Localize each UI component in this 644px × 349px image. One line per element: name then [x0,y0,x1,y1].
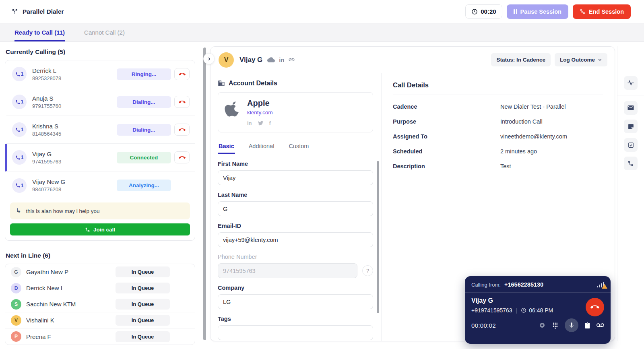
company-card: Apple klenty.com in f [218,92,373,132]
link-icon[interactable] [288,56,295,63]
status-badge: Analyzing... [117,180,171,191]
tasks-button[interactable] [624,138,638,152]
field-tabs: Basic Additional Custom [218,140,373,154]
phone-line-icon: 1 [12,67,27,81]
linkedin-icon[interactable]: in [279,57,284,63]
tab-ready-to-call[interactable]: Ready to Call (11) [14,23,65,41]
contact-title: Vijay G [239,56,262,64]
hangup-button[interactable] [586,298,604,316]
contact-name: Sacchin New KTM [26,301,116,308]
contact-name: Gayathri New P [26,268,116,275]
tags-field[interactable] [218,325,373,340]
contact-name: Vishalini K [26,317,116,324]
avatar: S [11,299,21,310]
first-name-label: First Name [218,161,373,167]
call-detail-row: Description Test [393,163,603,169]
queue-status-badge: In Queue [116,315,170,326]
call-row[interactable]: 1 Vijay New G 9840776208 Analyzing... [5,171,195,199]
tab-additional[interactable]: Additional [248,140,275,154]
call-row-selected[interactable]: 1 Vijay G 9741595763 Connected [5,144,195,171]
call-details-title: Call Details [393,81,603,95]
checkbox-icon [627,142,634,149]
collapse-panel-button[interactable] [203,53,215,64]
panel-scrollbar[interactable] [203,47,206,340]
form-scrollbar[interactable] [377,161,379,313]
status-badge: Connected [117,152,171,163]
end-session-button[interactable]: End Session [573,4,631,19]
company-domain-link[interactable]: klenty.com [247,109,273,116]
dialpad-button[interactable] [552,322,559,329]
voicemail-button[interactable] [597,323,604,328]
phone-label: Phone Number [218,254,373,260]
call-row[interactable]: 1 Krishna S 8148564345 Dialing... [5,116,195,144]
queue-row[interactable]: G Gayathri New P In Queue [5,264,195,280]
calls-button[interactable] [624,157,638,170]
tags-label: Tags [218,316,373,322]
call-row[interactable]: 1 Anuja S 9791755760 Dialing... [5,88,195,116]
call-row[interactable]: 1 Derrick L 8925328078 Ringing... [5,60,195,88]
log-outcome-dropdown[interactable]: Log Outcome [555,53,607,66]
company-field[interactable] [218,294,373,309]
company-name: Apple [247,99,273,108]
apple-logo-icon [225,100,241,126]
tab-basic[interactable]: Basic [218,140,235,154]
record-icon [539,322,546,329]
envelope-icon [627,104,634,112]
contact-phone: 8925328078 [32,75,117,81]
phone-help-icon[interactable]: ? [362,265,373,276]
queue-row[interactable]: P Preena F In Queue [5,328,195,345]
status-badge: Dialing... [117,96,171,108]
linkedin-icon[interactable]: in [247,120,252,126]
phone-icon [627,160,634,167]
contact-name: Anuja S [32,95,117,102]
queue-status-badge: In Queue [116,299,170,310]
record-button[interactable] [539,322,546,329]
hangup-call-button[interactable] [174,124,190,136]
tab-custom[interactable]: Custom [288,140,310,154]
notes-button[interactable] [624,120,638,133]
mute-button[interactable] [565,318,578,332]
first-name-field[interactable] [218,170,373,185]
cloud-sync-icon[interactable] [267,56,275,64]
reply-arrow-icon: ↳ [16,208,21,214]
pulse-icon [627,79,634,87]
activity-feed-button[interactable] [624,76,638,90]
hangup-call-button[interactable] [174,151,190,163]
next-in-line-card: G Gayathri New P In Queue D Derrick New … [5,264,195,345]
currently-calling-card: 1 Derrick L 8925328078 Ringing... 1 A [5,60,195,241]
avatar: P [11,331,21,342]
building-icon [218,80,225,87]
contact-name: Vijay G [32,151,117,157]
hangup-call-button[interactable] [174,96,190,108]
clipboard-button[interactable] [584,322,590,329]
transcript-text: this is alan how may i help you [26,208,99,214]
clipboard-icon [584,322,590,329]
pause-session-button[interactable]: Pause Session [507,4,568,19]
call-detail-row: Scheduled 2 minutes ago [393,148,603,155]
queue-status-badge: In Queue [116,331,170,342]
queue-row[interactable]: V Vishalini K In Queue [5,312,195,328]
queue-row[interactable]: D Derrick New L In Queue [5,280,195,296]
contact-phone: 9741595763 [32,159,117,165]
email-button[interactable] [624,101,638,115]
avatar: D [11,283,21,293]
dialer-left-panel: Currently Calling (5) 1 Derrick L 892532… [5,42,195,349]
email-field[interactable] [218,232,373,247]
join-call-button[interactable]: Join call [10,223,190,235]
tab-cannot-call[interactable]: Cannot Call (2) [84,23,125,41]
page-title: Parallel Dialer [23,8,64,15]
facebook-icon[interactable]: f [269,120,271,126]
phone-disabled-icon [580,8,586,14]
twitter-icon[interactable] [258,120,264,126]
contact-phone: 9791755760 [32,103,117,109]
chevron-right-icon [207,57,211,61]
last-name-field[interactable] [218,201,373,216]
account-column: Account Details Apple klenty.com in f [211,73,382,341]
session-controls: 00:20 Pause Session End Session [465,4,631,19]
avatar: V [11,315,21,326]
queue-row[interactable]: S Sacchin New KTM In Queue [5,296,195,312]
top-bar: Parallel Dialer 00:20 Pause Session End … [0,0,644,23]
avatar: V [219,52,234,68]
signal-strength-icon [597,282,604,287]
hangup-call-button[interactable] [174,68,190,80]
